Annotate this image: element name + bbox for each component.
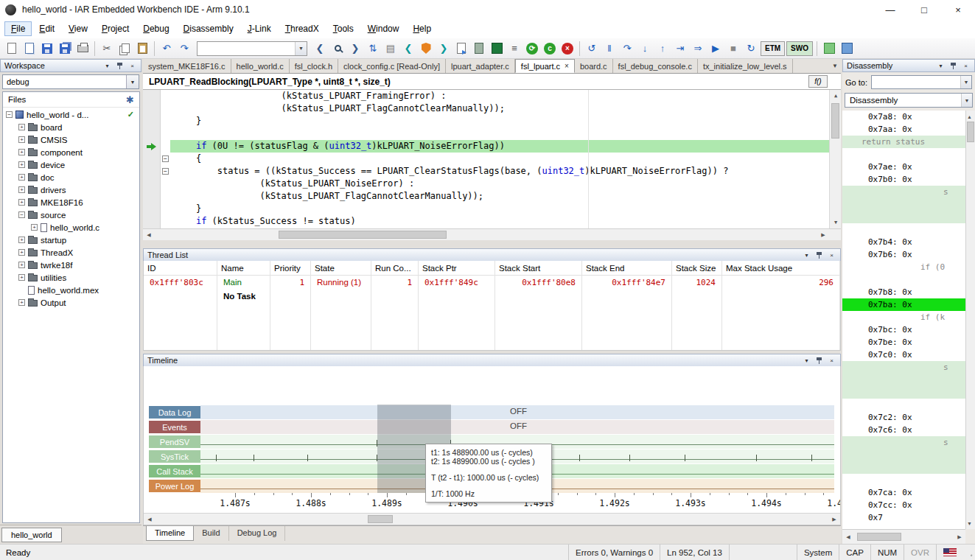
fold-margin[interactable] [161,115,170,127]
fold-margin[interactable] [161,203,170,215]
chevron-down-icon[interactable]: ▼ [295,42,307,55]
menu-threadx[interactable]: ThreadX [279,21,326,36]
workspace-tab-hello-world[interactable]: hello_world [1,528,62,542]
tab-clock-config-c-read-only[interactable]: clock_config.c [Read-Only] [338,59,446,73]
editor-horizontal-scrollbar[interactable]: ◀ ▶ [143,228,841,240]
step-into-button[interactable]: ↓ [637,41,653,57]
pin-icon[interactable] [814,251,824,260]
timeline-row-label[interactable]: SysTick [149,450,200,463]
close-icon[interactable]: × [961,61,971,71]
fold-marker-icon[interactable]: − [162,168,169,175]
menu-edit[interactable]: Edit [32,21,61,36]
swo-trace-button[interactable]: SWO [786,41,813,56]
workspace-header[interactable]: Workspace ▾× [0,59,141,72]
tab-hello-world-c[interactable]: hello_world.c [231,59,290,73]
navigate-forward-button[interactable]: ❯ [347,41,363,57]
tree-item-drivers[interactable]: +drivers [3,183,139,196]
go-button[interactable]: ▶ [707,41,724,57]
minimize-button[interactable]: — [873,0,907,19]
scroll-up-icon[interactable]: ▲ [830,90,841,102]
tab-fsl-clock-h[interactable]: fsl_clock.h [290,59,338,73]
tab-board-c[interactable]: board.c [575,59,613,73]
step-out-button[interactable]: ↑ [654,41,671,57]
breakpoint-margin[interactable] [143,215,161,228]
download-and-debug-button[interactable]: ⟳ [524,41,540,57]
panel-menu-icon[interactable]: ▾ [936,61,946,71]
collapse-box-icon[interactable]: − [18,211,25,218]
fold-marker-icon[interactable]: − [162,155,169,162]
expand-box-icon[interactable]: + [18,274,25,281]
disassembly-mode-select[interactable]: Disassembly ▼ [845,93,973,108]
panel-menu-icon[interactable]: ▾ [102,61,112,71]
fold-margin[interactable] [161,190,170,203]
timeline-header[interactable]: Timeline ▾× [143,354,841,367]
breakpoint-margin[interactable] [143,165,161,178]
scrollbar-thumb[interactable] [368,515,393,523]
breakpoint-margin[interactable] [143,190,161,203]
tree-item-source[interactable]: −source [3,209,139,221]
disassembly-vertical-scrollbar[interactable]: ▲ ▼ [965,111,975,529]
toolbar-search-combo[interactable]: ▼ [197,41,307,56]
new-document-button[interactable] [4,41,20,57]
breakpoint-margin[interactable] [143,153,161,165]
paste-button[interactable] [134,41,150,57]
breakpoint-margin[interactable] [143,127,161,140]
copy-button[interactable] [116,41,133,57]
code-editor[interactable]: (kStatus_LPUART_FramingError) : (kStatus… [143,90,841,228]
fold-margin[interactable] [161,102,170,115]
tree-item-mke18f16[interactable]: +MKE18F16 [3,196,139,209]
scroll-right-icon[interactable]: ▶ [828,514,840,525]
fold-margin[interactable] [161,140,170,153]
cstat-analysis-button[interactable] [418,41,434,57]
chevron-down-icon[interactable]: ▼ [961,94,972,107]
navigate-backward-button[interactable]: ❮ [312,41,328,57]
scrollbar-thumb[interactable] [967,122,974,142]
scroll-left-icon[interactable]: ◀ [842,531,854,543]
device-config-button[interactable] [489,41,505,57]
run-to-cursor-button[interactable]: ⇒ [690,41,706,57]
pin-icon[interactable] [115,61,125,71]
expand-box-icon[interactable]: + [18,237,25,243]
tab-tx-initialize-low-level-s[interactable]: tx_initialize_low_level.s [698,59,793,73]
tree-item-twrke18f[interactable]: +twrke18f [3,259,139,271]
menu-disassembly[interactable]: Disassembly [177,21,240,36]
timeline-row-label[interactable]: Events [149,421,200,433]
disassembly-header[interactable]: Disassembly ▾× [842,59,975,72]
save-all-button[interactable] [57,41,73,57]
function-list-button[interactable]: f() [808,75,828,88]
undo-button[interactable]: ↶ [158,41,175,57]
tab-fsl-debug-console-c[interactable]: fsl_debug_console.c [613,59,698,73]
previous-location-button[interactable]: ❮ [400,41,416,57]
column-header[interactable]: State [311,261,371,276]
scroll-right-icon[interactable]: ▶ [954,531,965,543]
resize-grip[interactable] [963,545,975,560]
debug-without-downloading-button[interactable]: c [542,41,558,57]
timeline-row-label[interactable]: Power Log [149,480,200,492]
expand-box-icon[interactable]: + [18,161,25,168]
scrollbar-thumb[interactable] [279,231,447,239]
menu-file[interactable]: File [4,21,32,36]
next-statement-button[interactable]: ⇥ [672,41,688,57]
column-header[interactable]: Stack End [582,261,671,276]
disassembly-horizontal-scrollbar[interactable]: ◀ ▶ [842,529,965,544]
redo-button[interactable]: ↷ [176,41,192,57]
tree-item-component[interactable]: +component [3,146,139,158]
bookmarks-button[interactable]: ▤ [382,41,399,57]
panel-menu-icon[interactable]: ▾ [802,356,811,365]
expand-box-icon[interactable]: + [18,136,25,143]
disassembly-lines[interactable]: 0x7a8: 0x0x7aa: 0xreturn status0x7ae: 0x… [842,111,965,529]
expand-box-icon[interactable]: + [31,224,38,231]
reset-button[interactable]: ↺ [584,41,600,57]
scroll-right-icon[interactable]: ▶ [817,229,829,241]
tab-system-mke18f16-c[interactable]: system_MKE18F16.c [143,59,231,73]
breakpoint-margin[interactable] [143,203,161,215]
timeline-window-button[interactable] [839,41,855,57]
close-icon[interactable]: × [827,251,836,260]
breakpoint-margin[interactable] [143,140,161,153]
open-document-button[interactable] [21,41,38,57]
expand-box-icon[interactable]: + [18,199,25,206]
make-project-button[interactable] [471,41,487,57]
expand-box-icon[interactable]: + [18,186,25,193]
menu-help[interactable]: Help [406,21,438,36]
step-over-button[interactable]: ↷ [619,41,635,57]
